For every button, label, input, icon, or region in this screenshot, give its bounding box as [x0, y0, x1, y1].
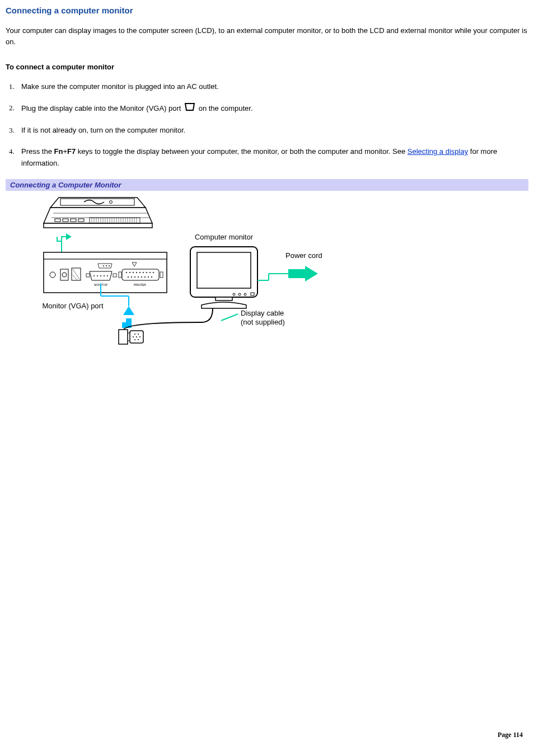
svg-rect-1 [60, 199, 134, 205]
step-text: on the computer. [199, 104, 253, 112]
svg-line-106 [221, 314, 238, 321]
svg-marker-94 [305, 266, 318, 281]
step-text: Press the [21, 147, 54, 156]
svg-point-68 [141, 276, 142, 278]
svg-point-56 [129, 272, 130, 273]
svg-point-104 [134, 339, 135, 340]
svg-point-65 [131, 276, 132, 278]
step-4: 4. Press the Fn+F7 keys to toggle the di… [21, 146, 528, 168]
svg-point-66 [134, 276, 135, 278]
key-fn: Fn [54, 147, 63, 156]
svg-marker-79 [123, 306, 134, 315]
step-marker: 3. [9, 125, 15, 136]
svg-point-61 [146, 272, 147, 273]
svg-point-57 [133, 272, 134, 273]
label-power-cord: Power cord [285, 251, 322, 260]
label-monitor: Computer monitor [195, 233, 254, 241]
svg-text:PRINTER: PRINTER [134, 283, 146, 287]
svg-point-63 [153, 272, 154, 273]
figure-diagram: MONITOR PRINTER Monitor (VGA) port Compu… [34, 196, 347, 348]
svg-point-49 [100, 275, 101, 276]
intro-paragraph: Your computer can display images to the … [6, 25, 528, 47]
svg-rect-95 [119, 330, 128, 344]
figure-caption: Connecting a Computer Monitor [6, 179, 528, 191]
svg-point-99 [133, 336, 134, 337]
svg-point-51 [107, 275, 108, 276]
svg-point-100 [136, 336, 137, 337]
steps-list: 1. Make sure the computer monitor is plu… [6, 81, 528, 169]
step-marker: 1. [9, 81, 15, 92]
svg-point-69 [144, 276, 146, 278]
key-plus: + [63, 147, 67, 156]
svg-marker-3 [44, 208, 152, 223]
svg-point-103 [138, 334, 139, 335]
step-2: 2. Plug the display cable into the Monit… [21, 102, 528, 115]
label-display-cable-1: Display cable [241, 309, 284, 317]
section-subheading: To connect a computer monitor [6, 63, 528, 71]
svg-point-44 [103, 265, 104, 266]
step-marker: 4. [9, 146, 15, 157]
vga-port-icon [184, 102, 195, 115]
page-title: Connecting a computer monitor [6, 6, 528, 15]
selecting-display-link[interactable]: Selecting a display [407, 147, 468, 156]
svg-point-50 [104, 275, 105, 276]
svg-marker-33 [66, 233, 72, 240]
laptop-drawing [44, 198, 152, 228]
svg-rect-35 [44, 252, 167, 259]
svg-point-67 [138, 276, 139, 278]
svg-point-48 [97, 275, 98, 276]
svg-rect-93 [288, 269, 305, 278]
step-marker: 2. [9, 102, 15, 114]
svg-point-47 [93, 275, 95, 276]
svg-point-102 [134, 334, 135, 335]
computer-rear-drawing: MONITOR PRINTER [44, 252, 167, 293]
svg-point-101 [139, 336, 140, 337]
svg-point-62 [149, 272, 151, 273]
label-display-cable-2: (not supplied) [241, 318, 285, 326]
svg-point-58 [136, 272, 137, 273]
label-vga-port: Monitor (VGA) port [42, 302, 103, 310]
svg-point-55 [126, 272, 127, 273]
step-text: If it is not already on, turn on the com… [21, 126, 185, 134]
svg-point-45 [109, 265, 110, 266]
step-3: 3. If it is not already on, turn on the … [21, 125, 528, 136]
svg-point-43 [106, 265, 107, 266]
svg-point-60 [143, 272, 144, 273]
svg-rect-84 [197, 252, 251, 288]
key-f7: F7 [67, 147, 76, 156]
step-text: Plug the display cable into the Monitor … [21, 104, 183, 112]
step-text: keys to toggle the display between your … [76, 147, 407, 156]
step-1: 1. Make sure the computer monitor is plu… [21, 81, 528, 92]
svg-point-70 [148, 276, 149, 278]
svg-rect-4 [44, 223, 152, 228]
svg-rect-85 [216, 297, 232, 300]
svg-point-105 [138, 339, 139, 340]
svg-point-64 [128, 276, 129, 278]
vga-connector-drawing [119, 330, 143, 344]
svg-point-71 [151, 276, 152, 278]
external-monitor-drawing [190, 247, 257, 308]
svg-point-59 [139, 272, 140, 273]
step-text: Make sure the computer monitor is plugge… [21, 82, 219, 91]
